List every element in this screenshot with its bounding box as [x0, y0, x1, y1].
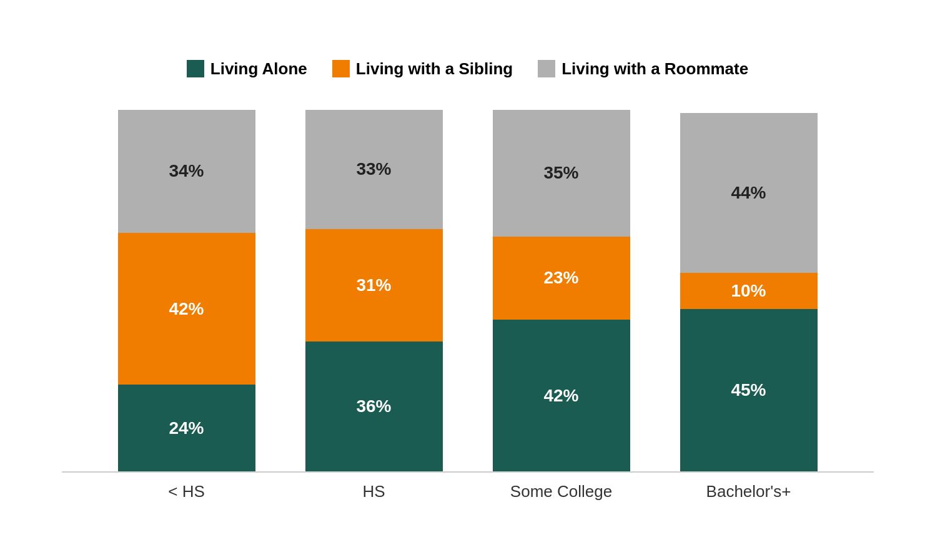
legend-item-alone: Living Alone: [187, 59, 307, 79]
legend-swatch-sibling: [332, 60, 350, 77]
stacked-bar-3: 45%10%44%: [680, 110, 818, 472]
bar-group-some-college: 42%23%35%Some College: [493, 110, 630, 501]
legend-item-roommate: Living with a Roommate: [538, 59, 748, 79]
bar-category-label-0: < HS: [168, 482, 205, 501]
bar-category-label-3: Bachelor's+: [706, 482, 791, 501]
segment-alone-1: 36%: [305, 341, 443, 472]
segment-roommate-3: 44%: [680, 113, 818, 272]
segment-alone-0: 24%: [118, 385, 255, 471]
legend-label-alone: Living Alone: [210, 59, 307, 79]
legend-swatch-alone: [187, 60, 204, 77]
segment-alone-3: 45%: [680, 309, 818, 472]
legend: Living Alone Living with a Sibling Livin…: [187, 59, 748, 79]
stacked-bar-1: 36%31%33%: [305, 110, 443, 472]
segment-roommate-1: 33%: [305, 110, 443, 229]
segment-alone-2: 42%: [493, 320, 630, 472]
bar-group---hs: 24%42%34%< HS: [118, 110, 255, 501]
bars-area: 24%42%34%< HS36%31%33%HS42%23%35%Some Co…: [62, 110, 874, 501]
legend-label-roommate: Living with a Roommate: [561, 59, 748, 79]
segment-sibling-3: 10%: [680, 273, 818, 309]
bar-group-hs: 36%31%33%HS: [305, 110, 443, 501]
legend-label-sibling: Living with a Sibling: [356, 59, 513, 79]
segment-sibling-1: 31%: [305, 229, 443, 341]
segment-sibling-2: 23%: [493, 237, 630, 320]
legend-item-sibling: Living with a Sibling: [332, 59, 513, 79]
bars-wrapper: 24%42%34%< HS36%31%33%HS42%23%35%Some Co…: [62, 110, 874, 501]
bar-category-label-2: Some College: [510, 482, 612, 501]
legend-swatch-roommate: [538, 60, 555, 77]
segment-roommate-0: 34%: [118, 110, 255, 233]
bar-group-bachelor-s-: 45%10%44%Bachelor's+: [680, 110, 818, 501]
segment-sibling-0: 42%: [118, 233, 255, 385]
chart-container: Living Alone Living with a Sibling Livin…: [62, 59, 874, 501]
stacked-bar-2: 42%23%35%: [493, 110, 630, 472]
baseline: [62, 471, 874, 473]
bar-category-label-1: HS: [362, 482, 385, 501]
segment-roommate-2: 35%: [493, 110, 630, 237]
stacked-bar-0: 24%42%34%: [118, 110, 255, 472]
